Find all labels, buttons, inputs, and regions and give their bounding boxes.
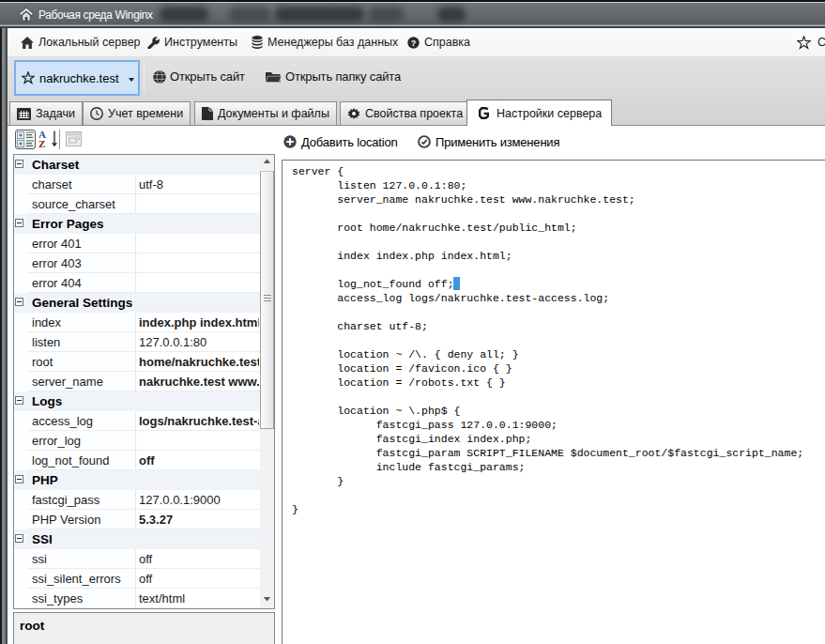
svg-text:Z: Z: [38, 138, 45, 149]
svg-text:?: ?: [411, 38, 417, 47]
